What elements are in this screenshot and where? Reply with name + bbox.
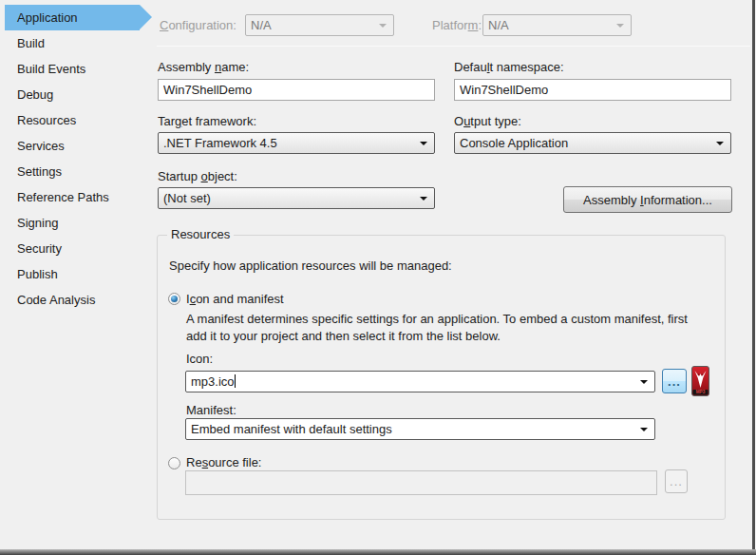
target-framework-combo[interactable]: .NET Framework 4.5 <box>158 132 435 154</box>
tab-build[interactable]: Build <box>5 30 140 56</box>
chevron-down-icon <box>420 142 427 145</box>
icon-and-manifest-radio[interactable] <box>168 293 180 305</box>
chevron-down-icon <box>640 380 648 384</box>
tab-code-analysis[interactable]: Code Analysis <box>5 287 140 313</box>
tab-security[interactable]: Security <box>5 236 140 261</box>
separator <box>157 46 750 47</box>
assembly-name-input[interactable] <box>158 79 435 101</box>
tab-settings[interactable]: Settings <box>5 159 140 184</box>
tab-publish[interactable]: Publish <box>5 261 140 287</box>
window-right-border <box>752 0 755 555</box>
mp3-file-icon: MP3 <box>691 366 709 396</box>
chevron-down-icon <box>616 24 624 28</box>
assembly-information-button[interactable]: Assembly Information... <box>563 186 732 213</box>
tab-debug[interactable]: Debug <box>5 82 140 107</box>
resources-intro-text: Specify how application resources will b… <box>169 258 452 273</box>
chevron-down-icon <box>716 142 724 145</box>
properties-tab-list: Application Build Build Events Debug Res… <box>0 5 154 313</box>
manifest-combo[interactable]: Embed manifest with default settings <box>185 418 655 440</box>
window-bottom-border <box>0 549 756 555</box>
platform-combo: N/A <box>482 14 632 36</box>
icon-browse-button[interactable]: ... <box>662 369 687 393</box>
resource-file-input <box>185 470 657 495</box>
assembly-name-label: Assembly name: <box>158 60 249 74</box>
resources-group-title: Resources <box>167 227 234 241</box>
tab-resources[interactable]: Resources <box>5 107 140 133</box>
chevron-down-icon <box>420 197 427 201</box>
tab-build-events[interactable]: Build Events <box>5 56 140 82</box>
default-namespace-input[interactable] <box>454 79 731 101</box>
icon-and-manifest-label: Icon and manifest <box>186 292 284 306</box>
manifest-label: Manifest: <box>186 403 236 417</box>
resource-file-browse-button: ... <box>665 469 688 493</box>
tab-services[interactable]: Services <box>5 133 140 159</box>
manifest-description-line2: add it to your project and then select i… <box>186 329 501 343</box>
icon-label: Icon: <box>186 352 213 366</box>
chevron-down-icon <box>640 428 648 431</box>
configuration-combo: N/A <box>245 14 394 36</box>
tab-reference-paths[interactable]: Reference Paths <box>5 184 140 210</box>
resources-groupbox: Resources Specify how application resour… <box>157 235 726 520</box>
startup-object-label: Startup object: <box>158 169 237 183</box>
project-properties-page: Application Build Build Events Debug Res… <box>0 0 756 555</box>
configuration-label: Configuration: <box>160 18 236 32</box>
manifest-description-line1: A manifest determines specific settings … <box>186 312 688 326</box>
tab-signing[interactable]: Signing <box>5 210 140 236</box>
tab-application[interactable]: Application <box>5 5 140 30</box>
svg-text:MP3: MP3 <box>696 390 706 394</box>
output-type-combo[interactable]: Console Application <box>454 132 731 154</box>
target-framework-label: Target framework: <box>158 114 256 128</box>
platform-label: Platform: <box>432 18 482 32</box>
chevron-down-icon <box>379 24 387 28</box>
resource-file-radio[interactable] <box>168 457 180 469</box>
output-type-label: Output type: <box>454 114 521 128</box>
startup-object-combo[interactable]: (Not set) <box>158 187 435 209</box>
default-namespace-label: Default namespace: <box>454 60 564 74</box>
resource-file-label: Resource file: <box>186 455 262 469</box>
text-caret <box>235 374 236 388</box>
icon-combo[interactable]: mp3.ico <box>185 371 655 392</box>
